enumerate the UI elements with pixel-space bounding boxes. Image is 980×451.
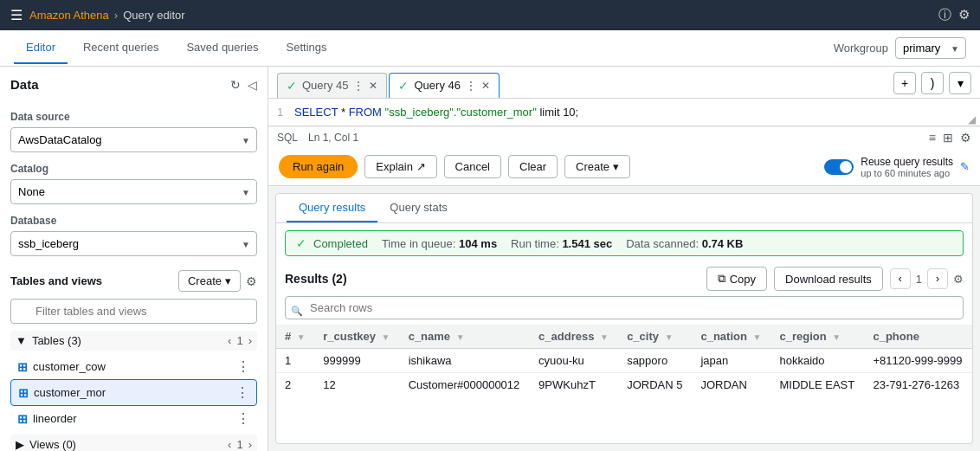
table-cell: japan <box>692 349 770 373</box>
tables-views-title: Tables and views <box>10 274 102 287</box>
database-label: Database <box>10 215 257 227</box>
database-select[interactable]: ssb_iceberg <box>10 231 257 256</box>
results-settings-icon[interactable]: ⚙ <box>953 273 964 286</box>
wrap-icon[interactable]: ⊞ <box>943 131 953 145</box>
explain-button[interactable]: Explain ↗ <box>364 155 436 178</box>
collapse-icon[interactable]: ◁ <box>248 78 257 92</box>
cancel-button[interactable]: Cancel <box>444 155 501 178</box>
copy-button[interactable]: ⧉ Copy <box>706 267 767 291</box>
run-again-button[interactable]: Run again <box>279 155 358 178</box>
tab-editor[interactable]: Editor <box>14 32 68 64</box>
completed-bar: ✓ Completed Time in queue: 104 ms Run ti… <box>285 230 964 256</box>
table-item[interactable]: ⊞ customer_cow ⋮ <box>10 354 257 379</box>
page-control: ‹ 1 › ⚙ <box>890 268 964 289</box>
catalog-select-wrap: None <box>10 179 257 204</box>
tab-recent-queries[interactable]: Recent queries <box>71 32 171 64</box>
settings-icon[interactable]: ⚙ <box>960 131 971 145</box>
col-address[interactable]: c_address ▼ <box>530 325 618 349</box>
table-more-icon[interactable]: ⋮ <box>235 384 249 401</box>
editor-code: SELECT * FROM "ssb_iceberg"."customer_mo… <box>294 106 578 119</box>
results-header: Results (2) ⧉ Copy Download results ‹ 1 … <box>276 263 972 296</box>
table-item[interactable]: ⊞ customer_mor ⋮ <box>10 379 257 406</box>
close-all-tabs-button[interactable]: ) <box>921 72 944 94</box>
breadcrumb-separator: › <box>114 9 118 22</box>
workgroup-select-wrapper: primary <box>895 37 966 59</box>
table-expand-icon: ⊞ <box>18 386 29 400</box>
search-rows-input[interactable] <box>285 296 964 319</box>
views-next-icon[interactable]: › <box>248 438 252 451</box>
col-city[interactable]: c_city ▼ <box>618 325 692 349</box>
user-icon[interactable]: ⚙ <box>958 7 970 23</box>
table-cell: +81120-999-9999 <box>864 349 972 373</box>
add-tab-button[interactable]: + <box>893 72 916 94</box>
editor-toolbar-icons: ≡ ⊞ ⚙ <box>929 131 971 145</box>
views-prev-icon[interactable]: ‹ <box>228 438 231 451</box>
results-title: Results (2) <box>285 272 347 286</box>
tab-saved-queries[interactable]: Saved queries <box>174 32 270 64</box>
kw-select: SELECT <box>294 106 338 119</box>
tabs-menu-button[interactable]: ▾ <box>949 72 971 94</box>
query-tab-45[interactable]: ✓ Query 45 ⋮ ✕ <box>277 73 387 98</box>
sidebar: Data ↻ ◁ Data source AwsDataCatalog Cata… <box>0 67 268 451</box>
query-tab-menu-icon[interactable]: ⋮ <box>466 80 476 92</box>
table-more-icon[interactable]: ⋮ <box>236 410 250 427</box>
reuse-sub-label: up to 60 minutes ago <box>861 168 953 178</box>
query-tab-close-icon[interactable]: ✕ <box>369 80 377 92</box>
filter-tables-wrap <box>10 299 257 331</box>
create-button[interactable]: Create ▾ <box>564 155 630 178</box>
table-name: customer_mor <box>34 386 230 399</box>
reuse-toggle-switch[interactable] <box>824 159 854 175</box>
views-page-num: 1 <box>236 438 242 451</box>
reuse-edit-icon[interactable]: ✎ <box>960 160 970 173</box>
data-source-select[interactable]: AwsDataCatalog <box>10 127 257 152</box>
tables-prev-icon[interactable]: ‹ <box>228 334 231 347</box>
query-status-icon: ✓ <box>287 79 297 93</box>
clear-button[interactable]: Clear <box>508 155 558 178</box>
tab-bar: Editor Recent queries Saved queries Sett… <box>0 30 980 67</box>
workgroup-label: Workgroup <box>834 42 888 55</box>
brand-link[interactable]: Amazon Athena <box>29 9 109 22</box>
table-cell: 999999 <box>314 349 399 373</box>
query-tab-menu-icon[interactable]: ⋮ <box>353 80 364 92</box>
col-hash[interactable]: # ▼ <box>276 325 314 349</box>
results-actions: ⧉ Copy Download results <box>706 267 883 291</box>
col-custkey[interactable]: r_custkey ▼ <box>314 325 399 349</box>
tab-query-stats[interactable]: Query stats <box>377 194 459 222</box>
tab-settings[interactable]: Settings <box>274 32 339 64</box>
filter-tables-input[interactable] <box>10 299 257 324</box>
tables-page-num: 1 <box>236 334 242 347</box>
col-region[interactable]: c_region ▼ <box>771 325 865 349</box>
col-nation[interactable]: c_nation ▼ <box>692 325 770 349</box>
table-more-icon[interactable]: ⋮ <box>236 358 250 375</box>
results-table: # ▼ r_custkey ▼ c_name ▼ c_address ▼ c_c… <box>276 325 972 443</box>
refresh-icon[interactable]: ↻ <box>230 78 241 92</box>
copy-label: Copy <box>730 273 756 286</box>
page-prev-button[interactable]: ‹ <box>890 268 911 289</box>
table-cell: 12 <box>314 373 399 397</box>
download-results-button[interactable]: Download results <box>774 267 883 291</box>
query-tab-46[interactable]: ✓ Query 46 ⋮ ✕ <box>389 73 499 98</box>
tables-section-toggle[interactable]: ▼ Tables (3) ‹ 1 › <box>10 331 257 351</box>
resize-handle[interactable]: ◢ <box>968 113 980 126</box>
tables-gear-icon[interactable]: ⚙ <box>246 274 257 288</box>
create-table-button[interactable]: Create ▾ <box>178 270 241 292</box>
main-layout: Data ↻ ◁ Data source AwsDataCatalog Cata… <box>0 67 980 451</box>
table-item[interactable]: ⊞ lineorder ⋮ <box>10 406 257 431</box>
col-name[interactable]: c_name ▼ <box>400 325 530 349</box>
tables-next-icon[interactable]: › <box>248 334 252 347</box>
table-cell: Customer#000000012 <box>400 373 530 397</box>
tab-query-results[interactable]: Query results <box>287 194 377 222</box>
reuse-label: Reuse query results <box>861 156 953 168</box>
help-icon[interactable]: ⓘ <box>938 7 951 23</box>
format-icon[interactable]: ≡ <box>929 131 936 145</box>
page-next-button[interactable]: › <box>927 268 948 289</box>
query-tab-close-icon[interactable]: ✕ <box>481 80 490 92</box>
workgroup-select[interactable]: primary <box>895 37 966 59</box>
views-section-toggle[interactable]: ▶ Views (0) ‹ 1 › <box>10 435 257 451</box>
table-expand-icon: ⊞ <box>17 412 28 426</box>
col-phone[interactable]: c_phone <box>864 325 972 349</box>
catalog-select[interactable]: None <box>10 179 257 204</box>
editor-line[interactable]: 1 SELECT * FROM "ssb_iceberg"."customer_… <box>268 99 980 126</box>
data-source-label: Data source <box>10 111 257 123</box>
menu-icon[interactable]: ☰ <box>10 7 23 23</box>
